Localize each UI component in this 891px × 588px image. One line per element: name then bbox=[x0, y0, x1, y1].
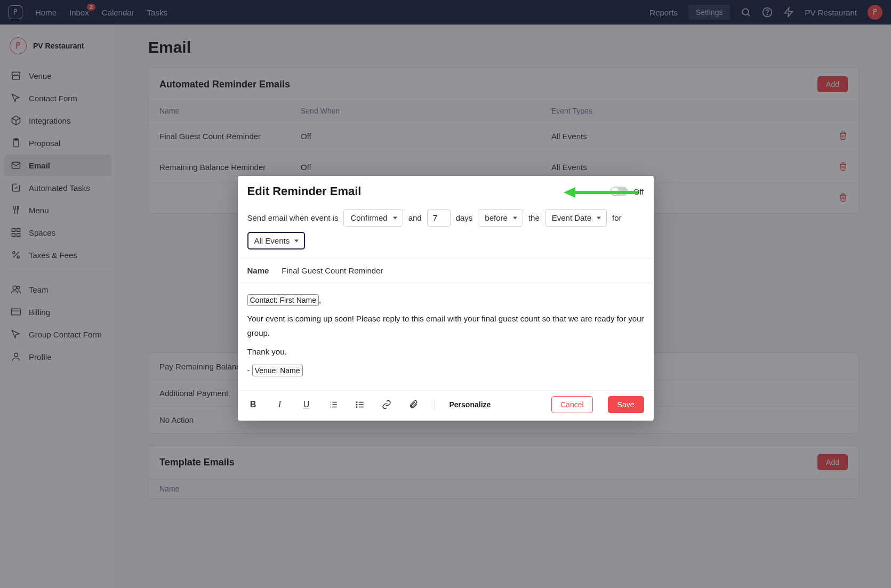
status-select[interactable]: Confirmed bbox=[343, 209, 403, 227]
italic-button[interactable]: I bbox=[274, 399, 286, 410]
attachment-button[interactable] bbox=[407, 399, 419, 410]
date-field-select[interactable]: Event Date bbox=[545, 209, 607, 227]
days-input[interactable] bbox=[427, 209, 451, 227]
merge-token[interactable]: Contact: First Name bbox=[247, 294, 319, 306]
body-text: Thank you. bbox=[247, 344, 644, 359]
rule-text: and bbox=[408, 213, 422, 222]
edit-reminder-modal: Edit Reminder Email Off Send email when … bbox=[238, 176, 654, 421]
rule-text: the bbox=[528, 213, 540, 222]
svg-point-27 bbox=[356, 404, 357, 405]
ordered-list-button[interactable] bbox=[327, 399, 339, 410]
editor-toolbar: B I U Personalize Cancel Save bbox=[238, 390, 654, 421]
direction-select[interactable]: before bbox=[478, 209, 523, 227]
toolbar-divider bbox=[434, 399, 435, 410]
link-button[interactable] bbox=[381, 399, 392, 410]
svg-point-28 bbox=[356, 407, 357, 408]
email-body-editor[interactable]: Contact: First Name, Your event is comin… bbox=[238, 283, 654, 390]
name-value[interactable]: Final Guest Count Reminder bbox=[282, 266, 383, 275]
modal-title: Edit Reminder Email bbox=[247, 184, 362, 198]
svg-point-26 bbox=[356, 402, 357, 403]
unordered-list-button[interactable] bbox=[354, 399, 366, 410]
save-button[interactable]: Save bbox=[608, 396, 644, 413]
rule-text: for bbox=[612, 213, 622, 222]
event-types-select[interactable]: All Events bbox=[247, 232, 306, 249]
bold-button[interactable]: B bbox=[247, 399, 259, 410]
merge-token[interactable]: Venue: Name bbox=[252, 365, 303, 376]
cancel-button[interactable]: Cancel bbox=[551, 396, 593, 413]
personalize-button[interactable]: Personalize bbox=[449, 400, 491, 409]
enabled-toggle[interactable] bbox=[610, 187, 628, 196]
name-row: Name Final Guest Count Reminder bbox=[238, 259, 654, 283]
rule-text: Send email when event is bbox=[247, 213, 339, 222]
body-text: Your event is coming up soon! Please rep… bbox=[247, 311, 644, 340]
toggle-label: Off bbox=[633, 187, 644, 196]
modal-overlay[interactable]: Edit Reminder Email Off Send email when … bbox=[0, 0, 891, 588]
underline-button[interactable]: U bbox=[301, 399, 312, 410]
rule-text: days bbox=[456, 213, 473, 222]
rule-row: Send email when event is Confirmed and d… bbox=[238, 204, 654, 259]
name-label: Name bbox=[247, 266, 269, 275]
body-text: , bbox=[319, 295, 321, 304]
body-text: - bbox=[247, 366, 252, 375]
